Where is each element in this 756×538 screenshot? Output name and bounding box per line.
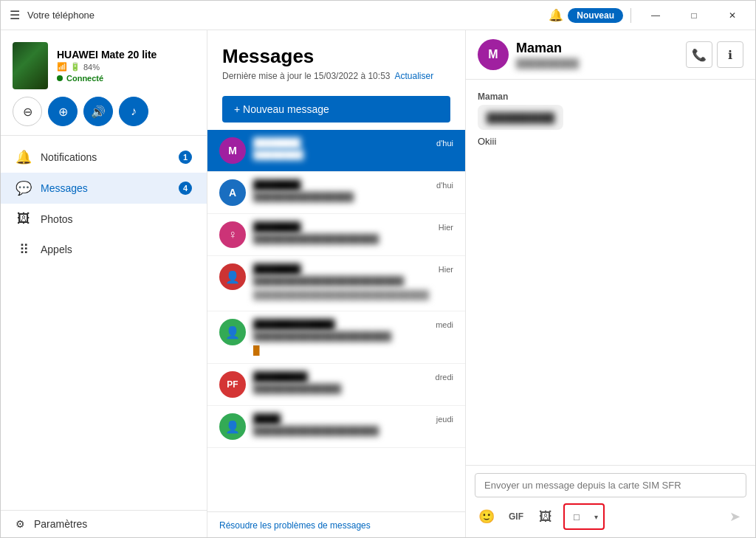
sidebar-item-photos[interactable]: 🖼 Photos xyxy=(1,204,207,234)
msg-header: ████████████ medi xyxy=(253,319,453,330)
msg-name: ███████ xyxy=(253,137,300,148)
msg-time: medi xyxy=(436,320,453,329)
message-item[interactable]: 👤 ████ jeudi ████████████████████ xyxy=(207,406,465,448)
info-button[interactable]: ℹ xyxy=(717,41,743,68)
resolve-link[interactable]: Résoudre les problèmes de messages xyxy=(219,520,371,531)
settings-icon: ⚙ xyxy=(16,518,25,530)
maximize-button[interactable]: □ xyxy=(677,4,711,27)
msg-content: ███████ d'hui ████████ xyxy=(253,137,453,163)
music-button[interactable]: ♪ xyxy=(119,97,148,126)
msg-name: ███████ xyxy=(253,179,300,190)
actualiser-link[interactable]: Actualiser xyxy=(394,71,433,81)
messages-last-update: Dernière mise à jour le 15/03/2022 à 10:… xyxy=(222,71,390,81)
settings-label: Paramètres xyxy=(34,518,87,530)
main-content: HUAWEI Mate 20 lite 📶 🔋 84% Connecté xyxy=(1,30,755,537)
msg-time: dredi xyxy=(436,373,453,382)
notifications-label: Notifications xyxy=(41,151,97,163)
device-image xyxy=(13,42,48,89)
msg-preview2: ████████████████████████████ xyxy=(253,290,429,300)
bluetooth-button[interactable]: ⊕ xyxy=(48,97,78,126)
msg-content: ███████ Hier ████████████████████████ ██… xyxy=(253,263,453,303)
device-controls: ⊖ ⊕ 🔊 ♪ xyxy=(13,97,195,126)
msg-header: ███████ Hier xyxy=(253,263,453,275)
device-details: HUAWEI Mate 20 lite 📶 🔋 84% Connecté xyxy=(57,49,195,83)
chat-header-actions: 📞 ℹ xyxy=(686,41,743,68)
separator xyxy=(630,8,631,23)
message-item[interactable]: 👤 ███████ Hier ████████████████████████ … xyxy=(207,256,465,311)
chat-header: M Maman ██████████ 📞 ℹ xyxy=(466,30,755,80)
sidebar-item-appels[interactable]: ⠿ Appels xyxy=(1,234,207,265)
avatar: M xyxy=(219,137,246,164)
battery-icon: 🔋 xyxy=(70,62,80,72)
chat-toolbar: 🙂 GIF 🖼 □ ▾ ➤ xyxy=(475,503,746,530)
sim-button[interactable]: □ xyxy=(565,505,588,528)
title-bar-right: 🔔 Nouveau — □ ✕ xyxy=(549,4,749,27)
connected-dot xyxy=(57,75,63,81)
msg-content: ███████ d'hui ████████████████ xyxy=(253,179,453,205)
chat-message-group: Maman ██████████ Okiii xyxy=(478,92,743,147)
device-name: HUAWEI Mate 20 lite xyxy=(57,49,195,61)
msg-header: ████████ dredi xyxy=(253,371,453,382)
msg-content: ████████ dredi ██████████████ xyxy=(253,371,453,397)
message-item[interactable]: 👤 ████████████ medi ████████████████████… xyxy=(207,311,465,364)
chat-bubble: ██████████ xyxy=(478,105,563,130)
signal-icon: 📶 xyxy=(57,62,67,72)
nouveau-button[interactable]: Nouveau xyxy=(568,8,623,23)
chat-contact-name: Maman xyxy=(516,41,678,56)
msg-header: ███████ d'hui xyxy=(253,137,453,148)
msg-name: ███████ xyxy=(253,263,300,275)
sidebar-item-notifications[interactable]: 🔔 Notifications 1 xyxy=(1,142,207,173)
message-item[interactable]: A ███████ d'hui ████████████████ xyxy=(207,172,465,214)
sidebar-footer-settings[interactable]: ⚙ Paramètres xyxy=(1,510,207,537)
msg-time: Hier xyxy=(439,223,453,232)
device-connected: Connecté xyxy=(57,74,195,83)
chat-sender-label: Maman xyxy=(478,92,743,102)
msg-name: ████████ xyxy=(253,371,308,382)
msg-content: ███████ Hier ████████████████████ xyxy=(253,221,453,247)
message-item[interactable]: ♀ ███████ Hier ████████████████████ xyxy=(207,214,465,256)
messages-footer: Résoudre les problèmes de messages xyxy=(207,511,465,537)
image-button[interactable]: 🖼 xyxy=(534,505,557,528)
avatar: 👤 xyxy=(219,263,246,290)
gif-button[interactable]: GIF xyxy=(504,505,528,528)
connected-label: Connecté xyxy=(66,74,103,83)
message-item[interactable]: PF ████████ dredi ██████████████ xyxy=(207,364,465,406)
chat-input[interactable] xyxy=(475,473,746,497)
avatar: ♀ xyxy=(219,221,246,248)
mute-button[interactable]: ⊖ xyxy=(13,97,42,126)
close-button[interactable]: ✕ xyxy=(715,4,749,27)
device-card: HUAWEI Mate 20 lite 📶 🔋 84% Connecté xyxy=(1,30,207,136)
notifications-icon: 🔔 xyxy=(16,149,32,165)
msg-time: jeudi xyxy=(436,415,453,424)
msg-content: ████ jeudi ████████████████████ xyxy=(253,413,453,439)
messages-badge: 4 xyxy=(179,182,192,195)
minimize-button[interactable]: — xyxy=(639,4,673,27)
app-window: ☰ Votre téléphone 🔔 Nouveau — □ ✕ HUAW xyxy=(0,0,756,538)
avatar: 👤 xyxy=(219,413,246,440)
volume-button[interactable]: 🔊 xyxy=(83,97,113,126)
msg-content: ████████████ medi ██████████████████████… xyxy=(253,319,453,356)
msg-preview: ████████ xyxy=(253,150,303,160)
sim-dropdown[interactable]: ▾ xyxy=(588,505,603,528)
device-stats: 📶 🔋 84% xyxy=(57,62,195,72)
send-button[interactable]: ➤ xyxy=(723,505,746,528)
new-message-button[interactable]: + Nouveau message xyxy=(222,96,450,123)
nav-items: 🔔 Notifications 1 💬 Messages 4 🖼 Photos … xyxy=(1,136,207,510)
msg-header: ███████ Hier xyxy=(253,221,453,232)
chat-avatar: M xyxy=(478,39,509,70)
hamburger-icon[interactable]: ☰ xyxy=(10,8,20,22)
call-button[interactable]: 📞 xyxy=(686,41,712,68)
avatar: A xyxy=(219,179,246,206)
messages-label: Messages xyxy=(41,182,88,194)
msg-preview2: █ xyxy=(253,345,453,356)
appels-label: Appels xyxy=(41,244,72,255)
sidebar-item-messages[interactable]: 💬 Messages 4 xyxy=(1,173,207,204)
bell-icon[interactable]: 🔔 xyxy=(549,8,563,22)
chat-input-area: 🙂 GIF 🖼 □ ▾ ➤ xyxy=(466,465,755,537)
title-bar-left: ☰ Votre téléphone xyxy=(10,8,94,22)
device-image-leaf xyxy=(13,42,48,89)
notifications-badge: 1 xyxy=(179,151,192,164)
emoji-button[interactable]: 🙂 xyxy=(475,505,498,528)
msg-header: ███████ d'hui xyxy=(253,179,453,190)
message-item[interactable]: M ███████ d'hui ████████ xyxy=(207,130,465,172)
